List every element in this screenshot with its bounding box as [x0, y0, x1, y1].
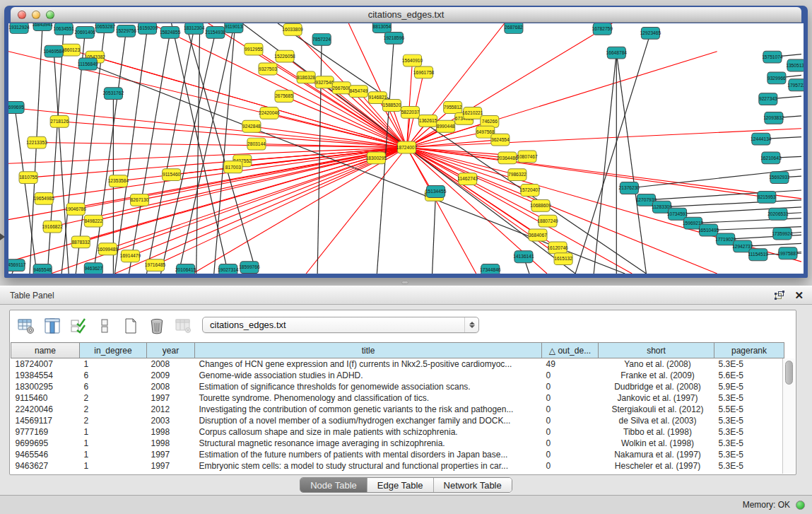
network-node[interactable]: 16099489 — [98, 243, 119, 255]
network-node[interactable]: 9227343 — [759, 93, 777, 105]
cell-out_degree[interactable]: 0 — [542, 438, 599, 449]
cell-year[interactable]: 2008 — [147, 358, 195, 370]
cell-short[interactable]: de Silva et al. (2003) — [599, 415, 714, 426]
network-node[interactable]: 18807249 — [537, 215, 558, 227]
network-node[interactable]: 10688609 — [530, 199, 551, 211]
network-node[interactable]: 17344846 — [480, 264, 501, 274]
table-row[interactable]: 2242004622012Investigating the contribut… — [11, 404, 784, 415]
network-node[interactable]: 18599766 — [239, 262, 260, 274]
network-node[interactable]: 7986322 — [508, 169, 526, 181]
network-node[interactable]: 7857224 — [312, 33, 331, 45]
table-row[interactable]: 1456911722003Disruption of a novel membe… — [11, 415, 784, 426]
network-node[interactable]: 15134455 — [425, 186, 447, 198]
select-rows-icon[interactable] — [69, 316, 88, 336]
create-column-icon[interactable] — [122, 316, 140, 336]
cell-pagerank[interactable]: 5.6E-5 — [714, 370, 784, 381]
network-node[interactable]: 2687682 — [505, 23, 523, 33]
cell-name[interactable]: 18724007 — [11, 358, 80, 370]
network-node[interactable]: 19166822 — [42, 221, 63, 233]
cell-year[interactable]: 1998 — [147, 426, 195, 438]
network-node[interactable]: 746266 — [481, 115, 499, 127]
network-node[interactable]: 12923465 — [640, 27, 661, 39]
column-header-out_degree[interactable]: △ out_de... — [542, 343, 599, 358]
cell-pagerank[interactable]: 5.3E-5 — [714, 415, 784, 426]
network-node[interactable]: 15692931 — [769, 172, 790, 184]
cell-out_degree[interactable]: 0 — [542, 415, 599, 426]
cell-in_degree[interactable]: 1 — [80, 460, 147, 472]
cell-short[interactable]: Yano et al. (2008) — [599, 358, 714, 370]
tab-network-table[interactable]: Network Table — [433, 478, 512, 492]
network-node[interactable]: 1362615 — [419, 115, 437, 127]
cell-year[interactable]: 2009 — [147, 370, 195, 381]
cell-pagerank[interactable]: 5.5E-5 — [714, 404, 784, 415]
network-node[interactable]: 19218596 — [384, 32, 405, 44]
network-node[interactable]: 10634551 — [53, 23, 74, 35]
cell-pagerank[interactable]: 5.3E-5 — [714, 449, 784, 460]
table-row[interactable]: 1872400712008Changes of HCN gene express… — [11, 358, 784, 370]
column-header-title[interactable]: title — [195, 343, 542, 358]
network-node[interactable]: 8878332 — [71, 236, 90, 248]
network-node[interactable]: 19654985 — [33, 192, 54, 204]
column-header-short[interactable]: short — [599, 343, 714, 358]
cell-pagerank[interactable]: 5.3E-5 — [714, 460, 784, 472]
network-window-titlebar[interactable]: citations_edges.txt — [11, 7, 801, 23]
cell-name[interactable]: 9699695 — [11, 438, 80, 449]
network-node[interactable]: 15824855 — [160, 26, 181, 38]
table-selector-dropdown[interactable]: citations_edges.txt — [202, 317, 479, 333]
tab-node-table[interactable]: Node Table — [300, 478, 367, 492]
cell-name[interactable]: 9463627 — [11, 460, 80, 472]
cell-pagerank[interactable]: 5.3E-5 — [714, 426, 784, 438]
network-node[interactable]: 15640910 — [402, 54, 423, 66]
table-row[interactable]: 946554611997Estimation of the future num… — [11, 449, 784, 460]
cell-out_degree[interactable]: 0 — [542, 426, 599, 438]
network-node[interactable]: 9327546 — [315, 76, 334, 88]
network-node[interactable]: 19975887 — [777, 247, 799, 259]
network-node[interactable]: 19027314 — [218, 264, 239, 274]
network-node[interactable]: 9860123 — [61, 44, 80, 56]
column-header-pagerank[interactable]: pagerank — [714, 343, 784, 358]
table-settings-icon[interactable] — [17, 316, 35, 336]
network-node[interactable]: 2803144 — [247, 138, 266, 150]
network-node[interactable]: 19716485 — [145, 259, 166, 271]
network-node[interactable]: 14136141 — [513, 251, 534, 263]
network-node[interactable]: 1810755 — [19, 172, 37, 184]
network-node[interactable]: 2675685 — [275, 90, 293, 103]
network-node[interactable]: 18312304 — [184, 23, 205, 34]
table-row[interactable]: 977716911998Corpus callosum shape and si… — [11, 426, 784, 438]
network-node[interactable]: 21376230 — [619, 182, 640, 194]
cell-in_degree[interactable]: 6 — [80, 381, 147, 392]
network-node[interactable]: 13505135 — [786, 59, 804, 71]
row-options-icon[interactable] — [95, 316, 114, 336]
cell-short[interactable]: Jankovic et al. (1997) — [599, 392, 714, 404]
network-node[interactable]: 15229756 — [116, 25, 137, 37]
cell-title[interactable]: Disruption of a novel member of a sodium… — [195, 415, 542, 426]
cell-short[interactable]: Tibbo et al. (1998) — [599, 426, 714, 438]
network-node[interactable]: 8498222 — [84, 215, 102, 227]
cell-title[interactable]: Embryonic stem cells: a model to study s… — [195, 460, 542, 472]
network-node[interactable]: 14569117 — [8, 259, 26, 271]
cell-short[interactable]: Stergiakouli et al. (2012) — [599, 404, 714, 415]
network-node[interactable]: 9115460 — [163, 169, 181, 181]
cell-out_degree[interactable]: 0 — [542, 370, 599, 381]
cell-in_degree[interactable]: 6 — [80, 370, 147, 381]
cell-short[interactable]: Nakamura et al. (1997) — [599, 449, 714, 460]
table-row[interactable]: 1830029562008Estimation of significance … — [11, 381, 784, 392]
cell-title[interactable]: Estimation of the future numbers of pati… — [195, 449, 542, 460]
tab-edge-table[interactable]: Edge Table — [367, 478, 433, 492]
network-node[interactable]: 21154938 — [205, 26, 225, 38]
network-node[interactable]: 19046786 — [66, 203, 87, 215]
network-node[interactable]: 12444134 — [751, 133, 772, 145]
network-node[interactable]: 8454749 — [349, 86, 367, 98]
network-node[interactable]: 10653287 — [95, 23, 116, 33]
panel-collapse-arrow-icon[interactable] — [0, 233, 5, 240]
network-node[interactable]: 9699695 — [8, 102, 24, 114]
cell-out_degree[interactable]: 49 — [542, 358, 599, 370]
network-node[interactable]: 19312924 — [8, 23, 30, 33]
network-node[interactable]: 15226058 — [274, 50, 295, 62]
cell-out_degree[interactable]: 0 — [542, 392, 599, 404]
table-vertical-scrollbar[interactable] — [782, 358, 795, 474]
cell-title[interactable]: Investigating the contribution of common… — [195, 404, 542, 415]
cell-pagerank[interactable]: 5.9E-5 — [714, 381, 784, 392]
cell-year[interactable]: 1997 — [147, 392, 195, 404]
cell-out_degree[interactable]: 0 — [542, 460, 599, 472]
